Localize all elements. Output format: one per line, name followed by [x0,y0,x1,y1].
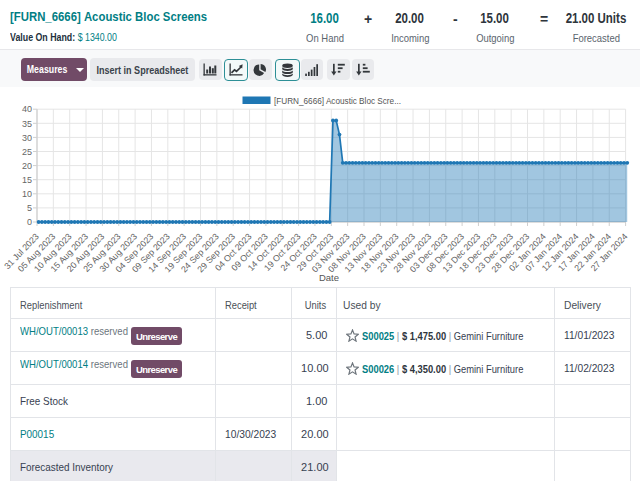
svg-text:0: 0 [27,217,32,227]
svg-text:35: 35 [22,119,32,129]
svg-text:25: 25 [22,147,32,157]
svg-text:5: 5 [27,203,32,213]
svg-text:10: 10 [22,189,32,199]
svg-text:20: 20 [22,161,32,171]
svg-text:40: 40 [22,104,32,114]
svg-text:30: 30 [22,133,32,143]
svg-text:Date: Date [319,272,339,283]
svg-text:[FURN_6666] Acoustic Bloc Scre: [FURN_6666] Acoustic Bloc Scre... [274,97,401,106]
svg-text:15: 15 [22,175,32,185]
